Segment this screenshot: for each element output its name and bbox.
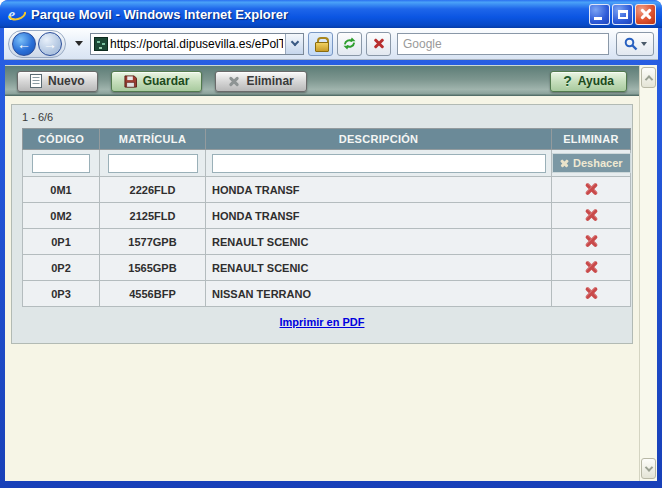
matricula-cell: 1577GPB xyxy=(100,229,206,255)
page-content: 1 - 6/6 CÓDIGO MATRÍCULA DESCRIPCIÓN ELI… xyxy=(5,96,639,481)
results-panel: 1 - 6/6 CÓDIGO MATRÍCULA DESCRIPCIÓN ELI… xyxy=(11,104,633,344)
delete-row-icon[interactable] xyxy=(584,207,599,222)
scroll-up-button[interactable] xyxy=(641,67,656,88)
save-floppy-icon xyxy=(124,75,137,88)
delete-x-icon xyxy=(228,75,240,87)
search-icon xyxy=(624,37,638,51)
new-document-icon xyxy=(30,74,42,88)
header-codigo: CÓDIGO xyxy=(23,129,100,150)
app-toolbar: Nuevo Guardar Eliminar ? xyxy=(5,65,639,96)
navigation-bar: ← → xyxy=(4,28,658,60)
filter-codigo-input[interactable] xyxy=(32,154,90,173)
url-input[interactable] xyxy=(108,37,285,51)
vertical-scrollbar[interactable] xyxy=(639,65,657,481)
refresh-button[interactable] xyxy=(337,32,362,56)
search-options-icon xyxy=(641,42,647,46)
recent-pages-dropdown[interactable] xyxy=(75,41,83,46)
minimize-button[interactable] xyxy=(589,4,610,25)
eliminar-button-label: Eliminar xyxy=(246,74,293,88)
table-row: 0P1 1577GPB RENAULT SCENIC xyxy=(23,229,631,255)
table-header-row: CÓDIGO MATRÍCULA DESCRIPCIÓN ELIMINAR xyxy=(23,129,631,150)
header-matricula: MATRÍCULA xyxy=(100,129,206,150)
site-favicon xyxy=(94,37,108,51)
undo-x-icon xyxy=(560,159,569,168)
chevron-down-icon xyxy=(644,463,652,471)
deshacer-button[interactable]: Deshacer xyxy=(552,153,631,173)
nuevo-button[interactable]: Nuevo xyxy=(17,71,98,92)
svg-text:e: e xyxy=(8,6,15,23)
codigo-cell: 0M2 xyxy=(23,203,100,229)
window-bottom-border xyxy=(0,481,662,488)
guardar-button-label: Guardar xyxy=(143,74,190,88)
minimize-icon xyxy=(594,17,602,20)
close-button[interactable] xyxy=(635,4,656,25)
scrollbar-track[interactable] xyxy=(640,90,657,456)
matricula-cell: 2226FLD xyxy=(100,177,206,203)
descripcion-cell: NISSAN TERRANO xyxy=(206,281,552,307)
refresh-icon xyxy=(342,37,357,50)
matricula-cell: 2125FLD xyxy=(100,203,206,229)
browser-viewport: Nuevo Guardar Eliminar ? xyxy=(5,65,657,481)
close-icon xyxy=(639,8,652,21)
codigo-cell: 0M1 xyxy=(23,177,100,203)
table-row: 0M1 2226FLD HONDA TRANSF xyxy=(23,177,631,203)
ayuda-button[interactable]: ? Ayuda xyxy=(550,71,627,92)
delete-row-icon[interactable] xyxy=(584,181,599,196)
delete-row-icon[interactable] xyxy=(584,259,599,274)
chevron-up-icon xyxy=(644,75,652,83)
codigo-cell: 0P3 xyxy=(23,281,100,307)
table-row: 0P2 1565GPB RENAULT SCENIC xyxy=(23,255,631,281)
delete-row-icon[interactable] xyxy=(584,285,599,300)
header-descripcion: DESCRIPCIÓN xyxy=(206,129,552,150)
forward-button[interactable]: → xyxy=(38,32,62,56)
window-title: Parque Movil - Windows Internet Explorer xyxy=(31,7,589,22)
filter-matricula-input[interactable] xyxy=(108,154,198,173)
security-lock-button[interactable] xyxy=(308,32,333,56)
table-row: 0M2 2125FLD HONDA TRANSF xyxy=(23,203,631,229)
table-row: 0P3 4556BFP NISSAN TERRANO xyxy=(23,281,631,307)
delete-row-icon[interactable] xyxy=(584,233,599,248)
maximize-button[interactable] xyxy=(612,4,633,25)
browser-window: e Parque Movil - Windows Internet Explor… xyxy=(0,0,662,488)
stop-icon xyxy=(373,38,385,50)
ie-logo-icon: e xyxy=(7,5,26,24)
matricula-cell: 4556BFP xyxy=(100,281,206,307)
guardar-button[interactable]: Guardar xyxy=(111,71,203,92)
descripcion-cell: RENAULT SCENIC xyxy=(206,255,552,281)
search-input[interactable] xyxy=(398,37,608,51)
deshacer-button-label: Deshacer xyxy=(573,157,623,169)
pager-label: 1 - 6/6 xyxy=(12,105,632,128)
address-bar[interactable] xyxy=(90,33,304,55)
address-dropdown-button[interactable] xyxy=(285,34,303,54)
back-button[interactable]: ← xyxy=(12,32,36,56)
title-bar[interactable]: e Parque Movil - Windows Internet Explor… xyxy=(0,0,662,28)
search-go-button[interactable] xyxy=(616,32,654,56)
maximize-icon xyxy=(618,10,628,19)
imprimir-pdf-link[interactable]: Imprimir en PDF xyxy=(280,316,365,328)
nuevo-button-label: Nuevo xyxy=(48,74,85,88)
matricula-cell: 1565GPB xyxy=(100,255,206,281)
help-question-icon: ? xyxy=(563,73,572,89)
filter-row: Deshacer xyxy=(23,150,631,177)
page: Nuevo Guardar Eliminar ? xyxy=(5,65,639,481)
codigo-cell: 0P1 xyxy=(23,229,100,255)
nav-pill: ← → xyxy=(8,30,66,58)
lock-icon xyxy=(314,37,328,51)
descripcion-cell: HONDA TRANSF xyxy=(206,177,552,203)
ayuda-button-label: Ayuda xyxy=(578,74,614,88)
stop-button[interactable] xyxy=(366,32,391,56)
vehicles-table: CÓDIGO MATRÍCULA DESCRIPCIÓN ELIMINAR xyxy=(22,128,631,307)
descripcion-cell: HONDA TRANSF xyxy=(206,203,552,229)
search-box[interactable] xyxy=(397,33,609,55)
scroll-down-button[interactable] xyxy=(641,458,656,479)
descripcion-cell: RENAULT SCENIC xyxy=(206,229,552,255)
codigo-cell: 0P2 xyxy=(23,255,100,281)
header-eliminar: ELIMINAR xyxy=(552,129,631,150)
eliminar-button[interactable]: Eliminar xyxy=(215,71,306,92)
filter-descripcion-input[interactable] xyxy=(212,154,546,173)
